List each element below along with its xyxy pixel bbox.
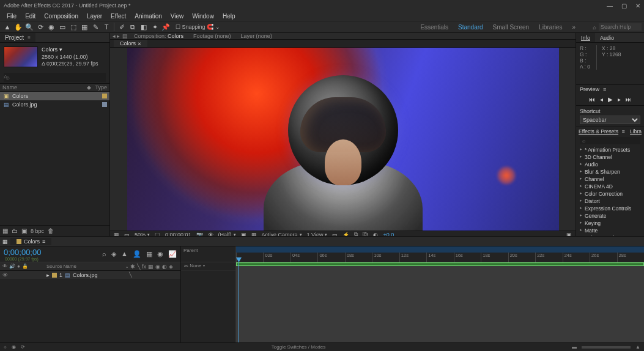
effect-category[interactable]: Color Correction (576, 190, 644, 198)
zoom-tool-icon[interactable]: 🔍 (24, 22, 34, 32)
effect-category[interactable]: Blur & Sharpen (576, 168, 644, 176)
clone-tool-icon[interactable]: ⧉ (128, 22, 138, 32)
help-search-input[interactable] (599, 23, 642, 31)
nav-fwd-icon[interactable]: ▸ (117, 33, 120, 39)
camera-tool-icon[interactable]: ▭ (57, 22, 67, 32)
comp-tab-colors[interactable]: Colors ✕ (114, 40, 147, 47)
close-button[interactable]: ✕ (635, 2, 640, 9)
anchor-tool-icon[interactable]: ⬚ (68, 22, 78, 32)
effect-category[interactable]: * Animation Presets (576, 146, 644, 153)
menu-composition[interactable]: Composition (40, 13, 83, 20)
workspace-small-screen[interactable]: Small Screen (493, 24, 529, 31)
menu-edit[interactable]: Edit (21, 13, 40, 20)
type-tool-icon[interactable]: T (102, 22, 111, 32)
timeline-layer-row[interactable]: 👁 ▸ 1 ▤ Colors.jpg ╲ (0, 271, 180, 279)
quality-switch[interactable]: ╲ (129, 272, 132, 278)
project-search-input[interactable] (4, 73, 106, 82)
composition-thumbnail[interactable] (4, 46, 38, 67)
comp-name[interactable]: Colors ▾ (42, 46, 98, 54)
effect-category[interactable]: Channel (576, 176, 644, 183)
audio-tab[interactable]: Audio (595, 33, 619, 42)
comp-mini-flowchart-icon[interactable]: ◈ (111, 250, 116, 258)
tl-footer-icon3[interactable]: ⟳ (21, 344, 25, 350)
flowchart-icon[interactable]: ▤ (122, 33, 128, 39)
solo-col-icon[interactable]: ● (17, 264, 20, 269)
graph-editor-icon[interactable]: 📈 (168, 250, 177, 258)
interpret-footage-icon[interactable]: ▦ (2, 227, 8, 234)
libraries-tab[interactable]: Libra (630, 128, 642, 135)
breadcrumb-comp[interactable]: Composition: Colors (130, 33, 187, 39)
last-frame-icon[interactable]: ⏭ (626, 96, 632, 103)
column-label-icon[interactable]: ◆ (87, 84, 91, 91)
shy-icon[interactable]: 👤 (133, 250, 141, 258)
time-ruler[interactable]: 02s04s06s08s10s12s14s16s18s20s22s24s26s2… (236, 246, 644, 262)
workspace-overflow[interactable]: » (572, 24, 576, 31)
toggle-switches-button[interactable]: Toggle Switches / Modes (30, 344, 567, 350)
menu-effect[interactable]: Effect (106, 13, 130, 20)
effects-presets-tab[interactable]: Effects & Presets (579, 128, 618, 135)
layer-clip[interactable] (236, 262, 644, 266)
menu-animation[interactable]: Animation (130, 13, 166, 20)
effect-category[interactable]: 3D Channel (576, 153, 644, 161)
play-icon[interactable]: ▶ (608, 96, 613, 103)
orbit-tool-icon[interactable]: ⟳ (35, 22, 45, 32)
panel-menu-icon[interactable]: ≡ (603, 86, 606, 92)
current-time[interactable]: 0;00;00;00 (4, 248, 41, 257)
pen-tool-icon[interactable]: ✎ (91, 22, 100, 32)
menu-file[interactable]: File (2, 13, 21, 20)
tl-footer-icon2[interactable]: ◉ (12, 344, 16, 350)
tl-footer-icon1[interactable]: ⟐ (4, 344, 7, 350)
menu-layer[interactable]: Layer (83, 13, 106, 20)
timeline-track-area[interactable]: Parent 02s04s06s08s10s12s14s16s18s20s22s… (181, 246, 644, 342)
hand-tool-icon[interactable]: ✋ (13, 22, 23, 32)
effects-menu-icon[interactable]: ≡ (622, 128, 625, 135)
effect-category[interactable]: Audio (576, 161, 644, 168)
breadcrumb-layer[interactable]: Layer (none) (237, 33, 276, 39)
eraser-tool-icon[interactable]: ◧ (139, 22, 149, 32)
effect-category[interactable]: Keying (576, 220, 644, 227)
first-frame-icon[interactable]: ⏮ (589, 96, 595, 103)
source-name-col[interactable]: Source Name (46, 264, 76, 269)
shortcut-dropdown[interactable]: Spacebar (580, 116, 640, 124)
breadcrumb-footage[interactable]: Footage (none) (190, 33, 235, 39)
close-tab-icon[interactable]: ✕ (138, 42, 141, 46)
audio-col-icon[interactable]: 🔊 (9, 264, 15, 269)
delete-icon[interactable]: 🗑 (48, 227, 54, 234)
maximize-button[interactable]: ▢ (621, 2, 627, 9)
layer-label-swatch[interactable] (52, 273, 57, 278)
zoom-in-icon[interactable]: ▲ (635, 344, 640, 350)
motion-blur-icon[interactable]: ◉ (157, 250, 163, 258)
composition-viewer[interactable] (110, 48, 576, 231)
viewer-canvas[interactable] (127, 48, 559, 231)
video-toggle[interactable]: 👁 (2, 272, 8, 278)
next-frame-icon[interactable]: ▸ (618, 96, 621, 103)
rotate-tool-icon[interactable]: ◉ (46, 22, 56, 32)
new-folder-icon[interactable]: 🗀 (12, 227, 18, 234)
rect-tool-icon[interactable]: ▦ (80, 22, 89, 32)
effect-category[interactable]: Distort (576, 198, 644, 205)
render-queue-icon[interactable]: ▦ (2, 238, 8, 245)
menu-view[interactable]: View (166, 13, 188, 20)
frame-blend-icon[interactable]: ▦ (146, 250, 152, 258)
asset-item-colors-jpg[interactable]: ▤ Colors.jpg (0, 100, 109, 109)
effect-category[interactable]: CINEMA 4D (576, 183, 644, 190)
brush-tool-icon[interactable]: ✐ (117, 22, 127, 32)
workspace-standard[interactable]: Standard (458, 24, 483, 31)
roto-tool-icon[interactable]: ✦ (150, 22, 160, 32)
workspace-essentials[interactable]: Essentials (420, 24, 448, 31)
puppet-tool-icon[interactable]: 📌 (161, 22, 171, 32)
panel-menu-icon[interactable]: ≡ (28, 35, 31, 40)
selection-tool-icon[interactable]: ▲ (2, 22, 12, 32)
lock-col-icon[interactable]: 🔒 (22, 264, 28, 269)
search-layers-icon[interactable]: ⌕ (102, 250, 106, 258)
color-depth[interactable]: 8 bpc (31, 228, 44, 234)
timeline-tab-colors[interactable]: Colors ≡ (10, 238, 51, 245)
minimize-button[interactable]: — (607, 2, 613, 9)
effect-category[interactable]: Matte (576, 227, 644, 234)
info-tab[interactable]: Info (576, 33, 595, 42)
effect-category[interactable]: Generate (576, 212, 644, 220)
menu-window[interactable]: Window (188, 13, 218, 20)
column-name[interactable]: Name (2, 84, 87, 91)
draft-3d-icon[interactable]: ▲ (121, 250, 128, 258)
twirl-icon[interactable]: ▸ (46, 272, 50, 278)
